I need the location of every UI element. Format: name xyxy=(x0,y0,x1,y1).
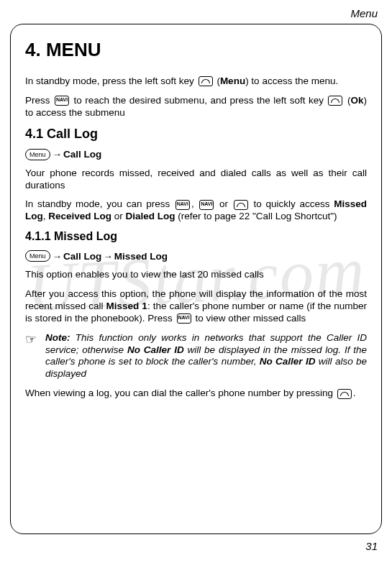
text: When viewing a log, you can dial the cal… xyxy=(25,388,336,398)
section-4-1-title: 4.1 Call Log xyxy=(25,127,367,142)
s41-paragraph-1: Your phone records missed, received and … xyxy=(25,168,367,192)
bold-text: Dialed Log xyxy=(126,211,176,221)
text: or xyxy=(111,211,126,221)
arrow-icon: → xyxy=(103,251,113,262)
intro-paragraph-2: Press to reach the desired submenu, and … xyxy=(25,95,367,119)
bold-text: No Caller ID xyxy=(260,356,316,367)
text: to reach the desired submenu, and press … xyxy=(70,95,327,106)
s411-paragraph-2: After you access this option, the phone … xyxy=(25,288,367,325)
breadcrumb-4-1: Menu→Call Log xyxy=(25,149,367,160)
text: In standby mode, you can press xyxy=(25,198,174,209)
menu-pill-icon: Menu xyxy=(25,149,50,160)
ok-label: Ok xyxy=(350,95,363,106)
breadcrumb-4-1-1: Menu→Call Log→Missed Log xyxy=(25,250,367,262)
text: . xyxy=(353,388,356,398)
text: ) to access the menu. xyxy=(245,75,338,86)
nav-key-icon xyxy=(199,200,214,210)
nav-key-icon xyxy=(177,313,191,324)
note-label: Note: xyxy=(45,332,70,343)
breadcrumb-label: Call Log xyxy=(63,251,101,262)
note-hand-icon: ☞ xyxy=(25,332,37,381)
content-frame: UTStar.com 4. MENU In standby mode, pres… xyxy=(10,24,382,534)
section-4-1-1-title: 4.1.1 Missed Log xyxy=(25,230,367,243)
intro-paragraph-1: In standby mode, press the left soft key… xyxy=(25,75,367,88)
text: to quickly access xyxy=(250,198,334,209)
page-number: 31 xyxy=(10,540,382,552)
text: or xyxy=(215,198,232,209)
call-key-icon xyxy=(337,389,352,399)
softkey-icon xyxy=(199,76,213,86)
arrow-icon: → xyxy=(53,149,63,160)
breadcrumb-label: Call Log xyxy=(63,149,101,160)
bold-text: Received Log xyxy=(48,211,111,221)
s41-paragraph-2: In standby mode, you can press , or to q… xyxy=(25,198,367,223)
call-key-icon xyxy=(234,200,248,210)
page: Menu UTStar.com 4. MENU In standby mode,… xyxy=(0,0,392,568)
s411-paragraph-3: When viewing a log, you can dial the cal… xyxy=(25,388,367,400)
menu-label: Menu xyxy=(220,75,245,86)
arrow-icon: → xyxy=(53,251,63,262)
breadcrumb-label: Missed Log xyxy=(114,251,168,262)
text: Press xyxy=(25,95,53,106)
bold-text: No Caller ID xyxy=(127,344,184,355)
nav-key-icon xyxy=(176,200,190,210)
menu-pill-icon: Menu xyxy=(25,250,50,262)
nav-key-icon xyxy=(55,96,69,106)
text: , xyxy=(191,198,198,209)
text: ( xyxy=(214,75,220,86)
running-header: Menu xyxy=(10,7,382,19)
text: In standby mode, press the left soft key xyxy=(25,75,197,86)
note-text: Note: This function only works in networ… xyxy=(45,332,367,381)
softkey-icon xyxy=(328,96,342,106)
text: (refer to page 22 "Call Log Shortcut") xyxy=(176,211,337,221)
note-block: ☞ Note: This function only works in netw… xyxy=(25,332,367,381)
bold-text: Missed 1 xyxy=(106,301,147,311)
text: to view other missed calls xyxy=(193,313,306,324)
chapter-title: 4. MENU xyxy=(25,39,367,61)
s411-paragraph-1: This option enables you to view the last… xyxy=(25,269,367,281)
